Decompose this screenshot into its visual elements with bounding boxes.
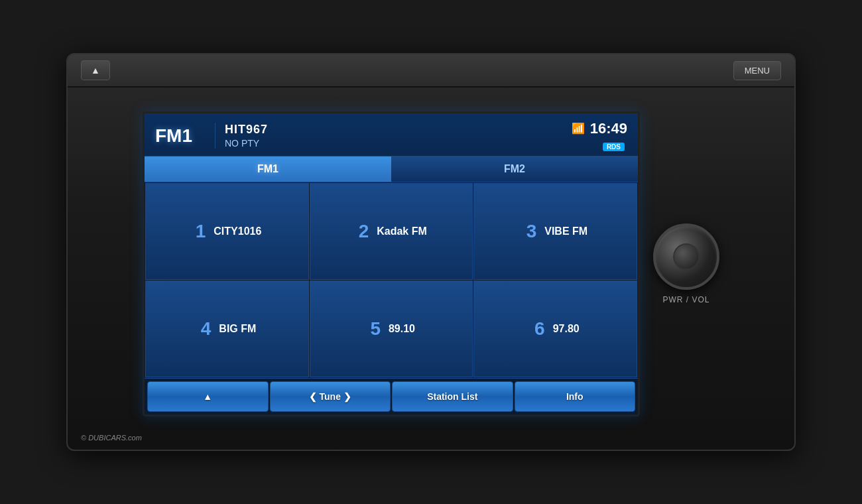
preset-station-5: 89.10 [389, 323, 415, 335]
bluetooth-icon: 📶 [572, 122, 585, 135]
preset-station-6: 97.80 [553, 323, 580, 335]
pty-text: NO PTY [225, 138, 259, 149]
tab-fm2[interactable]: FM2 [391, 157, 638, 182]
preset-num-5: 5 [367, 318, 381, 340]
menu-button[interactable]: MENU [733, 61, 781, 80]
station-name: HIT967 [225, 123, 572, 137]
pwr-vol-label: PWR / VOL [662, 295, 709, 304]
eject-button[interactable]: ▲ [81, 60, 110, 80]
screen-header: FM1 HIT967 NO PTY 📶 16:49 RDS [145, 113, 638, 156]
preset-num-4: 4 [198, 318, 211, 340]
bottom-bar: ▲ ❮ Tune ❯ Station List Info [145, 378, 638, 414]
status-row: NO PTY [225, 137, 572, 149]
tune-button[interactable]: ❮ Tune ❯ [270, 381, 391, 412]
time-display: 16:49 [590, 120, 627, 137]
watermark: © DUBICARS.com [81, 434, 142, 442]
preset-num-1: 1 [192, 221, 206, 242]
top-strip: ▲ MENU [68, 54, 794, 88]
knob-container: PWR / VOL [653, 223, 719, 304]
tab-fm1[interactable]: FM1 [145, 157, 391, 182]
preset-station-1: CITY1016 [214, 225, 261, 237]
pwr-vol-knob[interactable] [653, 223, 719, 290]
preset-1[interactable]: 1 CITY1016 [145, 183, 309, 280]
preset-num-3: 3 [523, 221, 536, 242]
knob-inner [673, 243, 700, 270]
preset-station-4: BIG FM [219, 323, 256, 335]
preset-station-2: Kadak FM [377, 225, 427, 237]
preset-3[interactable]: 3 VIBE FM [473, 183, 637, 280]
preset-2[interactable]: 2 Kadak FM [310, 183, 473, 280]
preset-num-6: 6 [532, 318, 545, 340]
preset-station-3: VIBE FM [544, 225, 587, 237]
right-controls: PWR / VOL [653, 223, 719, 304]
info-button[interactable]: Info [515, 381, 636, 412]
main-area: FM1 HIT967 NO PTY 📶 16:49 RDS [68, 54, 794, 450]
header-right: 📶 16:49 RDS [572, 120, 627, 152]
preset-num-2: 2 [355, 221, 369, 242]
station-info: HIT967 NO PTY [215, 123, 572, 149]
up-button[interactable]: ▲ [147, 381, 269, 412]
car-unit: ▲ MENU FM1 HIT967 NO PTY 📶 16:49 [66, 53, 796, 451]
station-list-button[interactable]: Station List [392, 381, 513, 412]
preset-5[interactable]: 5 89.10 [310, 281, 473, 377]
fm-band-label: FM1 [155, 125, 202, 147]
preset-6[interactable]: 6 97.80 [473, 281, 637, 377]
tab-bar: FM1 FM2 [145, 156, 638, 182]
screen: FM1 HIT967 NO PTY 📶 16:49 RDS [143, 111, 640, 416]
rds-badge: RDS [603, 143, 625, 151]
preset-4[interactable]: 4 BIG FM [145, 281, 309, 377]
preset-grid: 1 CITY1016 2 Kadak FM 3 VIBE FM 4 BIG FM… [145, 182, 638, 378]
